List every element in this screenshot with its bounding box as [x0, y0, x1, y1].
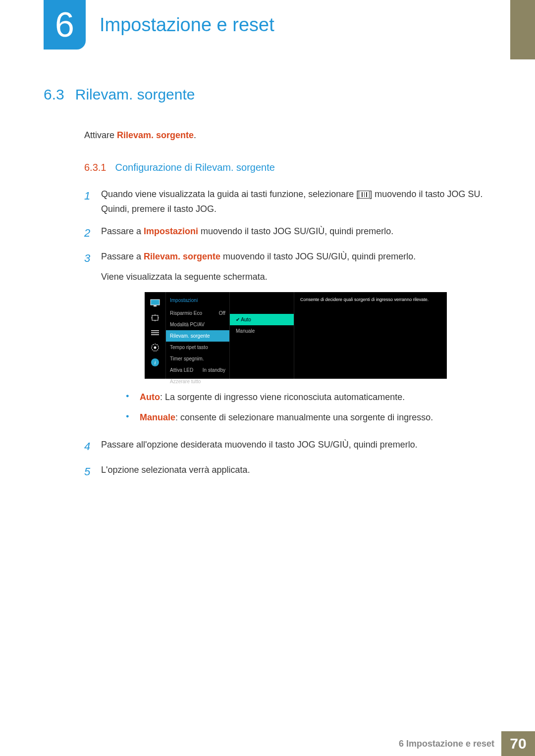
osd-sidebar: i — [145, 292, 165, 379]
footer-page-number: 70 — [501, 731, 535, 756]
osd-row-key-repeat: Tempo ripet tasto — [166, 342, 229, 353]
osd-screenshot: i Impostazioni Risparmio EcoOff Modalità… — [145, 292, 447, 379]
osd-help-text: Consente di decidere quali sorgenti di i… — [294, 292, 447, 379]
osd-row-led: Attiva LEDIn standby — [166, 364, 229, 376]
step-text-b: muovendo il tasto JOG SU/GIÙ, quindi pre… — [198, 226, 393, 236]
bullet-manual: ● Manuale: consente di selezionare manua… — [126, 410, 490, 425]
step-text-a: Passare a — [101, 252, 144, 261]
subsection-number: 6.3.1 — [84, 159, 106, 176]
resize-icon — [149, 313, 161, 323]
menu-icon — [359, 191, 370, 199]
subsection-heading: 6.3.1 Configurazione di Rilevam. sorgent… — [84, 159, 490, 176]
osd-row-eco: Risparmio EcoOff — [166, 307, 229, 319]
step-text-b: muovendo il tasto JOG SU/GIÙ, quindi pre… — [220, 252, 416, 261]
intro-post: . — [194, 130, 196, 140]
step-number: 3 — [84, 249, 101, 430]
bullet-text: Auto: La sorgente di ingresso viene rico… — [140, 390, 405, 405]
osd-row-source-detect: Rilevam. sorgente — [166, 330, 229, 342]
chapter-title: Impostazione e reset — [100, 14, 274, 36]
step-text-a: Passare a — [101, 226, 144, 236]
bullet-dot: ● — [126, 410, 140, 425]
svg-rect-1 — [154, 305, 157, 306]
step-em: Rilevam. sorgente — [144, 252, 220, 261]
osd-row-off-timer: Timer spegnim. — [166, 353, 229, 364]
step-body: Quando viene visualizzata la guida ai ta… — [101, 187, 490, 217]
osd-option-manual: Manuale — [230, 325, 294, 337]
osd-options: ✔ Auto Manuale — [230, 292, 294, 379]
osd-menu-header: Impostazioni — [166, 295, 229, 307]
intro-em: Rilevam. sorgente — [117, 130, 194, 140]
step-1: 1 Quando viene visualizzata la guida ai … — [84, 187, 490, 217]
step-5: 5 L'opzione selezionata verrà applicata. — [84, 462, 490, 481]
osd-option-auto: ✔ Auto — [230, 314, 294, 325]
info-icon: i — [149, 357, 161, 367]
svg-rect-2 — [152, 315, 158, 320]
step-em: Impostazioni — [144, 226, 198, 236]
section-title: Rilevam. sorgente — [75, 82, 195, 107]
chapter-number-tab: 6 — [44, 0, 86, 50]
subsection-title: Configurazione di Rilevam. sorgente — [115, 159, 274, 176]
step-number: 4 — [84, 437, 101, 455]
step-body: Passare all'opzione desiderata muovendo … — [101, 437, 490, 455]
step-text-c: Viene visualizzata la seguente schermata… — [101, 269, 490, 285]
footer-chapter: 6 Impostazione e reset — [399, 739, 494, 749]
chapter-number: 6 — [55, 5, 74, 45]
step-2: 2 Passare a Impostazioni muovendo il tas… — [84, 224, 490, 242]
step-body: Passare a Impostazioni muovendo il tasto… — [101, 224, 490, 242]
osd-row-reset-all: Azzerare tutto — [166, 376, 229, 387]
section-heading: 6.3 Rilevam. sorgente — [44, 82, 490, 107]
bullet-auto: ● Auto: La sorgente di ingresso viene ri… — [126, 390, 490, 405]
osd-menu: Impostazioni Risparmio EcoOff Modalità P… — [165, 292, 230, 379]
intro-pre: Attivare — [84, 130, 117, 140]
osd-row-pcav: Modalità PC/AV — [166, 319, 229, 330]
svg-point-7 — [154, 347, 157, 349]
side-stripe — [510, 0, 535, 59]
bullet-dot: ● — [126, 390, 140, 405]
steps-list: 1 Quando viene visualizzata la guida ai … — [84, 187, 490, 481]
gear-icon — [149, 343, 161, 353]
step-3: 3 Passare a Rilevam. sorgente muovendo i… — [84, 249, 490, 430]
footer: 6 Impostazione e reset 70 — [399, 731, 535, 756]
step-4: 4 Passare all'opzione desiderata muovend… — [84, 437, 490, 455]
chapter-header: 6 Impostazione e reset — [0, 0, 535, 50]
step-text-a: Quando viene visualizzata la guida ai ta… — [101, 189, 359, 199]
section-number: 6.3 — [44, 82, 64, 107]
monitor-icon — [149, 298, 161, 308]
step-number: 5 — [84, 462, 101, 481]
list-icon — [149, 328, 161, 338]
step-number: 1 — [84, 187, 101, 217]
intro-text: Attivare Rilevam. sorgente. — [84, 128, 490, 143]
step-body: L'opzione selezionata verrà applicata. — [101, 462, 490, 481]
content: 6.3 Rilevam. sorgente Attivare Rilevam. … — [44, 82, 490, 481]
svg-rect-0 — [151, 300, 160, 305]
options-bullets: ● Auto: La sorgente di ingresso viene ri… — [126, 390, 490, 425]
step-number: 2 — [84, 224, 101, 242]
svg-text:i: i — [154, 359, 156, 365]
bullet-text: Manuale: consente di selezionare manualm… — [140, 410, 433, 425]
step-body: Passare a Rilevam. sorgente muovendo il … — [101, 249, 490, 430]
